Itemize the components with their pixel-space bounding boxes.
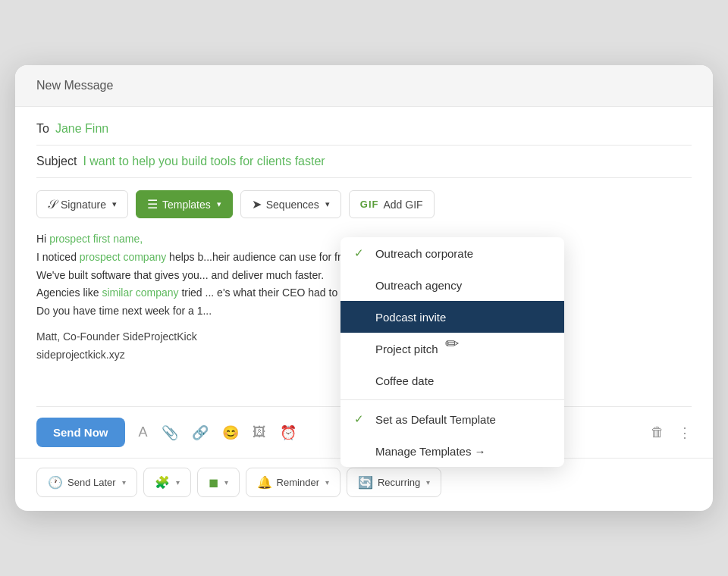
attach-file-icon[interactable]: 📎 <box>162 424 178 441</box>
signature-label: Signature <box>61 199 106 211</box>
dropdown-item-podcast-invite[interactable]: ✓ Podcast invite ✏︎ <box>340 301 564 333</box>
templates-label: Templates <box>162 199 211 211</box>
dropdown-item-label: Outreach corporate <box>375 247 473 260</box>
format-text-icon[interactable]: A <box>139 424 148 440</box>
emoji-icon[interactable]: 😊 <box>222 424 239 441</box>
sequences-button[interactable]: ➤ Sequences ▾ <box>240 190 341 218</box>
templates-chevron-icon: ▾ <box>217 199 221 209</box>
signature-chevron-icon: ▾ <box>112 199 117 209</box>
dropdown-item-label: Set as Default Template <box>375 413 496 426</box>
check-outreach-corporate-icon: ✓ <box>354 246 368 260</box>
puzzle-chevron-icon: ▾ <box>176 478 180 487</box>
send-later-icon: 🕐 <box>48 475 63 490</box>
send-later-button[interactable]: 🕐 Send Later ▾ <box>36 468 137 497</box>
highlight-prospect-company: prospect company <box>80 251 166 263</box>
to-value: Jane Finn <box>55 122 108 136</box>
send-now-button[interactable]: Send Now <box>36 418 125 447</box>
modal-window: New Message To Jane Finn Subject I want … <box>15 65 713 511</box>
subject-label: Subject <box>36 155 77 168</box>
recurring-icon: 🔄 <box>358 475 373 490</box>
recurring-chevron-icon: ▾ <box>426 478 430 487</box>
dropdown-item-label: Podcast invite <box>375 311 446 324</box>
send-later-label: Send Later <box>67 477 116 488</box>
cursor-hand-icon: ✏︎ <box>445 334 459 354</box>
highlight-prospect-name: prospect first name, <box>49 233 143 245</box>
puzzle-icon: 🧩 <box>155 475 170 490</box>
modal-body: To Jane Finn Subject I want to help you … <box>15 107 713 458</box>
dropdown-item-label: Manage Templates → <box>375 445 486 458</box>
templates-button[interactable]: ☰ Templates ▾ <box>136 190 233 218</box>
dropdown-item-label: Coffee date <box>375 374 434 387</box>
reminder-chevron-icon: ▾ <box>325 478 329 487</box>
toolbar-row: 𝒮 Signature ▾ ☰ Templates ▾ ✓ Outreach c… <box>36 190 692 218</box>
more-options-icon[interactable]: ⋮ <box>678 424 692 441</box>
square-chevron-icon: ▾ <box>224 478 228 487</box>
check-set-default-icon: ✓ <box>354 412 368 426</box>
dropdown-item-set-default[interactable]: ✓ Set as Default Template <box>340 403 564 435</box>
dropdown-item-label: Project pitch <box>375 343 438 355</box>
templates-wrapper: ☰ Templates ▾ ✓ Outreach corporate ✓ Out… <box>136 190 233 218</box>
recurring-label: Recurring <box>378 477 420 488</box>
sequences-icon: ➤ <box>252 197 262 211</box>
add-gif-button[interactable]: GIF Add GIF <box>349 190 435 218</box>
templates-dropdown: ✓ Outreach corporate ✓ Outreach agency ✓… <box>340 237 564 467</box>
reminder-button[interactable]: 🔔 Reminder ▾ <box>246 468 340 497</box>
dropdown-item-label: Outreach agency <box>375 279 462 292</box>
templates-icon: ☰ <box>147 197 158 211</box>
dropdown-divider <box>340 399 564 400</box>
dropdown-item-outreach-corporate[interactable]: ✓ Outreach corporate <box>340 237 564 269</box>
dropdown-item-manage-templates[interactable]: ✓ Manage Templates → <box>340 435 564 467</box>
delete-icon[interactable]: 🗑 <box>651 424 664 440</box>
square-button[interactable]: ◼ ▾ <box>197 468 240 497</box>
square-icon: ◼ <box>209 475 218 490</box>
recurring-button[interactable]: 🔄 Recurring ▾ <box>347 468 441 497</box>
reminder-label: Reminder <box>277 477 319 488</box>
sequences-label: Sequences <box>266 199 319 211</box>
highlight-similar-company: similar company <box>102 286 178 299</box>
puzzle-button[interactable]: 🧩 ▾ <box>143 468 191 497</box>
modal-header: New Message <box>15 65 713 107</box>
reminder-icon: 🔔 <box>257 475 272 490</box>
gif-icon: GIF <box>360 199 379 210</box>
signature-button[interactable]: 𝒮 Signature ▾ <box>36 190 128 218</box>
subject-row: Subject I want to help you build tools f… <box>36 155 692 178</box>
signature-icon: 𝒮 <box>48 198 56 211</box>
image-icon[interactable]: 🖼 <box>253 424 266 440</box>
sequences-chevron-icon: ▾ <box>325 199 330 209</box>
clock-icon[interactable]: ⏰ <box>280 424 297 441</box>
dropdown-item-outreach-agency[interactable]: ✓ Outreach agency <box>340 269 564 301</box>
send-later-chevron-icon: ▾ <box>122 478 126 487</box>
to-row: To Jane Finn <box>36 122 692 146</box>
add-gif-label: Add GIF <box>383 199 422 211</box>
modal-title: New Message <box>36 79 113 92</box>
to-label: To <box>36 122 49 136</box>
subject-value: I want to help you build tools for clien… <box>83 155 325 168</box>
dropdown-item-coffee-date[interactable]: ✓ Coffee date <box>340 365 564 396</box>
link-icon[interactable]: 🔗 <box>192 424 209 441</box>
